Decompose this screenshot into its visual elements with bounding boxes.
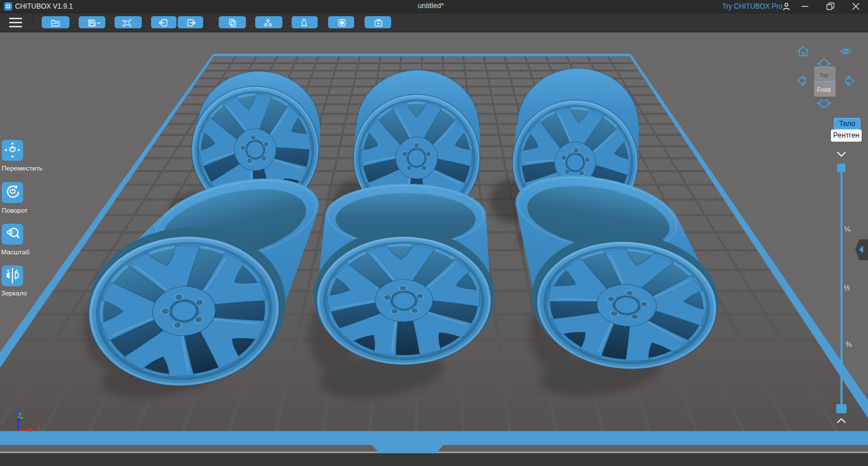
svg-text:¼: ¼ bbox=[844, 225, 851, 234]
svg-text:X: X bbox=[36, 424, 41, 432]
svg-text:½: ½ bbox=[844, 284, 850, 292]
svg-text:¾: ¾ bbox=[845, 341, 852, 349]
